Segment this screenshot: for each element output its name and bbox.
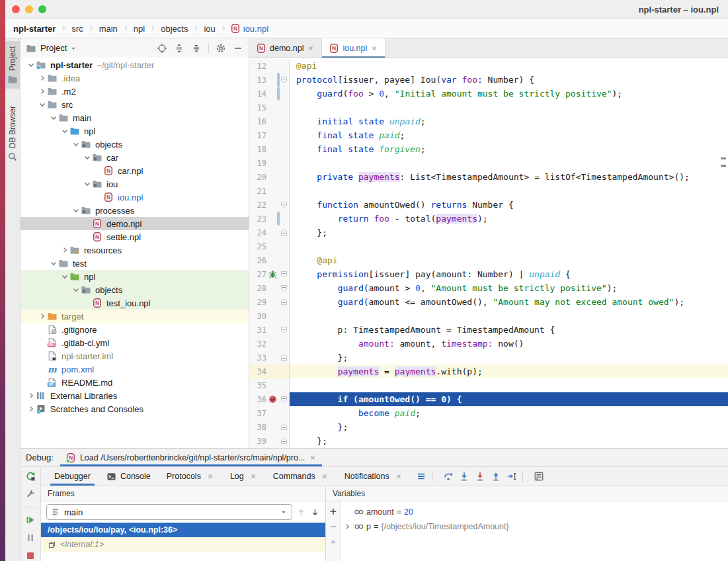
force-step-into-button[interactable] xyxy=(475,471,485,482)
editor-gutter[interactable]: 22 xyxy=(249,198,290,212)
chevron-down-icon[interactable] xyxy=(26,60,36,70)
chevron-right-icon[interactable] xyxy=(37,86,47,97)
tree-item-car[interactable]: car xyxy=(20,151,249,164)
editor-gutter[interactable]: 14 xyxy=(249,87,290,101)
code-fold-marker[interactable] xyxy=(279,75,289,85)
chevron-down-icon[interactable] xyxy=(71,205,81,216)
step-over-button[interactable] xyxy=(443,471,454,482)
frame-row[interactable]: /objects/iou/Iou/pay, <iou.npl:36> xyxy=(41,523,325,537)
editor-gutter[interactable]: 26 xyxy=(249,253,290,267)
code-fold-marker[interactable] xyxy=(279,422,289,433)
chevron-down-icon[interactable] xyxy=(48,112,58,123)
project-panel-title[interactable]: Project xyxy=(40,43,67,53)
code-line-content[interactable]: @api xyxy=(290,253,728,267)
chevron-right-icon[interactable] xyxy=(26,390,36,401)
close-tab-icon[interactable] xyxy=(321,472,329,480)
breadcrumb-item-iou[interactable]: iou xyxy=(202,24,216,34)
debug-session-tab[interactable]: NLoad /Users/roberttenbrincke/git/npl-st… xyxy=(60,449,322,466)
chevron-down-icon[interactable] xyxy=(60,271,69,282)
layout-button[interactable] xyxy=(416,471,426,482)
code-fold-marker[interactable] xyxy=(279,436,289,447)
breadcrumb-file[interactable]: Niou.npl xyxy=(230,23,268,34)
tool-window-tab-project[interactable]: Project xyxy=(5,41,20,89)
code-line-content[interactable]: p: TimestampedAmount = TimestampedAmount… xyxy=(290,323,728,337)
code-line-content[interactable]: final state paid; xyxy=(290,128,728,142)
pause-button[interactable] xyxy=(25,533,36,543)
editor-tab-demo-npl[interactable]: Ndemo.npl xyxy=(249,38,322,58)
chevron-down-icon[interactable] xyxy=(82,152,92,163)
close-tab-icon[interactable] xyxy=(249,472,257,480)
editor-gutter[interactable]: 36 xyxy=(249,392,290,406)
editor-gutter[interactable]: 18 xyxy=(249,142,290,156)
tree-item-demo.npl[interactable]: Ndemo.npl xyxy=(20,217,249,230)
code-line-content[interactable]: protocol[issuer, payee] Iou(var foo: Num… xyxy=(290,73,728,87)
breadcrumb-item-main[interactable]: main xyxy=(98,24,119,34)
code-line-content[interactable] xyxy=(290,309,728,323)
tree-item-resources[interactable]: resources xyxy=(20,243,249,257)
chevron-right-icon[interactable] xyxy=(37,73,47,83)
close-tab-icon[interactable] xyxy=(395,472,403,480)
tree-item-.m2[interactable]: .m2 xyxy=(20,85,249,98)
editor-gutter[interactable]: 25 xyxy=(249,239,290,253)
breadcrumb-item-npl[interactable]: npl xyxy=(132,24,146,34)
breadcrumb-item-src[interactable]: src xyxy=(70,24,84,34)
tree-item-npl[interactable]: npl xyxy=(20,124,249,138)
next-frame-button[interactable] xyxy=(310,507,320,517)
chevron-down-icon[interactable] xyxy=(37,99,47,110)
tree-item-objects[interactable]: objects xyxy=(20,138,249,151)
tree-item-external-libraries[interactable]: External Libraries xyxy=(20,389,249,402)
code-fold-marker[interactable] xyxy=(279,269,289,280)
editor-gutter[interactable]: 38 xyxy=(249,420,290,434)
editor-gutter[interactable]: 28 xyxy=(249,281,290,295)
code-line-content[interactable]: @api xyxy=(290,59,728,73)
run-to-cursor-button[interactable] xyxy=(506,471,517,482)
tree-item-readme.md[interactable]: MDREADME.md xyxy=(20,376,249,389)
editor-gutter[interactable]: 24 xyxy=(249,226,290,239)
chevron-down-icon[interactable] xyxy=(71,284,81,295)
chevron-down-icon[interactable] xyxy=(60,126,69,136)
close-window-button[interactable] xyxy=(12,5,20,13)
editor-tab-iou-npl[interactable]: Niou.npl xyxy=(322,38,385,58)
debug-tab-console[interactable]: Console xyxy=(99,467,159,486)
tree-item-test[interactable]: test xyxy=(20,257,249,270)
editor-gutter[interactable]: 12 xyxy=(249,59,290,73)
debug-tab-log[interactable]: Log xyxy=(222,467,265,486)
hide-button[interactable] xyxy=(233,43,243,54)
tool-window-tab-db-browser[interactable]: DB Browser xyxy=(5,101,20,166)
editor-gutter[interactable]: 16 xyxy=(249,114,290,128)
tree-item-processes[interactable]: processes xyxy=(20,204,249,217)
debug-tab-commands[interactable]: Commands xyxy=(265,467,337,486)
editor-gutter[interactable]: 27 xyxy=(249,267,290,281)
chevron-down-icon[interactable] xyxy=(69,44,77,52)
code-line-content[interactable]: payments = payments.with(p); xyxy=(290,365,728,378)
minimize-window-button[interactable] xyxy=(25,5,33,13)
code-line-content[interactable]: if (amountOwed() == 0) { xyxy=(290,392,728,406)
code-fold-marker[interactable] xyxy=(279,200,289,210)
tree-item-main[interactable]: main xyxy=(20,111,249,124)
code-line-content[interactable]: guard(foo > 0, "Initial amount must be s… xyxy=(290,87,728,101)
close-tab-icon[interactable] xyxy=(206,472,214,480)
editor-gutter[interactable]: 15 xyxy=(249,101,290,114)
scroll-up-button[interactable] xyxy=(329,537,338,546)
code-line-content[interactable]: }; xyxy=(290,226,728,239)
code-fold-marker[interactable] xyxy=(279,394,289,405)
locate-button[interactable] xyxy=(157,43,167,54)
close-tab-icon[interactable] xyxy=(370,44,378,52)
collapse-all-button[interactable] xyxy=(191,43,202,54)
chevron-right-icon[interactable] xyxy=(26,404,36,414)
editor-gutter[interactable]: 19 xyxy=(249,156,290,170)
code-line-content[interactable]: amount: amount, timestamp: now() xyxy=(290,337,728,351)
editor-gutter[interactable]: 30 xyxy=(249,309,290,323)
tree-item-src[interactable]: src xyxy=(20,98,249,111)
chevron-right-icon[interactable] xyxy=(60,245,69,255)
editor-gutter[interactable]: 23 xyxy=(249,212,290,226)
code-editor[interactable]: 12@api13protocol[issuer, payee] Iou(var … xyxy=(249,58,728,448)
code-fold-marker[interactable] xyxy=(279,353,289,363)
tree-item-.gitignore[interactable]: .gitignore xyxy=(20,323,249,336)
editor-gutter[interactable]: 37 xyxy=(249,406,290,420)
code-line-content[interactable]: return foo - total(payments); xyxy=(290,212,728,226)
expand-all-button[interactable] xyxy=(174,43,184,54)
bug-gutter-slot[interactable] xyxy=(266,269,279,280)
remove-watch-button[interactable] xyxy=(329,522,338,531)
code-line-content[interactable] xyxy=(290,378,728,392)
